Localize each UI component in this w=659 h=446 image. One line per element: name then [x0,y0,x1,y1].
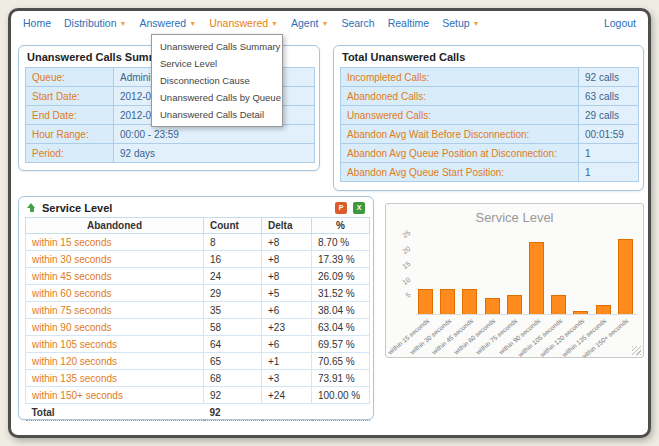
resize-handle-icon[interactable] [632,346,641,355]
table-cell: within 45 seconds [26,268,204,285]
row-value: 1 [579,163,639,182]
table-cell: 8.70 % [312,234,370,251]
chart-bar [596,305,611,314]
chart-bar [418,289,433,314]
table-cell: within 30 seconds [26,251,204,268]
row-value: 92 calls [579,68,639,87]
table-row: Hour Range:00:00 - 23:59 [26,125,315,144]
row-value: 29 calls [579,106,639,125]
chart-bar [529,242,544,314]
table-row: Abandon Avg Queue Position at Disconnect… [341,144,639,163]
panel-title: Service Level [42,202,112,214]
caret-down-icon: ▼ [271,20,278,27]
nav-item-answered[interactable]: Answered▼ [139,17,196,29]
row-value: 92 days [114,144,315,163]
column-header: Count [204,218,262,234]
chart-bar [507,295,522,314]
table-row: within 45 seconds24+826.09 % [26,268,370,285]
nav-item-setup[interactable]: Setup▼ [442,17,479,29]
export-pdf-icon[interactable]: P [335,202,347,214]
nav-item-search[interactable]: Search [341,17,374,29]
service-level-table: Abandoned Count Delta % within 15 second… [25,217,370,421]
caret-down-icon: ▼ [120,20,127,27]
service-level-panel: Service Level P X Abandoned Count Delta … [18,196,374,420]
row-label: End Date: [26,106,114,125]
menu-item-unanswered-calls-detail[interactable]: Unanswered Calls Detail [152,106,282,123]
table-row: Period:92 days [26,144,315,163]
table-row: Incompleted Calls:92 calls [341,68,639,87]
table-row: within 135 seconds68+373.91 % [26,370,370,387]
chart-y-tick: 5 [394,291,412,306]
total-unanswered-calls-panel: Total Unanswered Calls Incompleted Calls… [333,45,644,191]
menu-item-unanswered-calls-by-queue[interactable]: Unanswered Calls by Queue [152,89,282,106]
column-header: Delta [262,218,312,234]
nav-label: Home [23,17,51,29]
chart-bar [573,311,588,314]
table-cell: +24 [262,387,312,404]
nav-label: Answered [139,17,186,29]
row-value: 00:00 - 23:59 [114,125,315,144]
nav-item-home[interactable]: Home [23,17,51,29]
table-cell: +23 [262,319,312,336]
nav-item-agent[interactable]: Agent▼ [291,17,328,29]
table-cell: 92 [204,387,262,404]
table-cell: within 15 seconds [26,234,204,251]
chart-y-tick: 15 [394,260,412,275]
table-cell [312,404,370,421]
row-label: Hour Range: [26,125,114,144]
logout-link[interactable]: Logout [604,17,636,29]
table-cell: 26.09 % [312,268,370,285]
table-cell: +8 [262,234,312,251]
row-label: Unanswered Calls: [341,106,579,125]
table-row: Unanswered Calls:29 calls [341,106,639,125]
row-value: 63 calls [579,87,639,106]
total-label: Total [26,404,204,421]
caret-down-icon: ▼ [189,20,196,27]
table-row: within 75 seconds35+638.04 % [26,302,370,319]
nav-item-realtime[interactable]: Realtime [388,17,429,29]
row-value: 1 [579,144,639,163]
table-cell: 58 [204,319,262,336]
nav-label: Search [341,17,374,29]
column-header: Abandoned [26,218,204,234]
menu-item-unanswered-calls-summary[interactable]: Unanswered Calls Summary [152,38,282,55]
chart-plot: within 15 secondswithin 30 secondswithin… [416,236,638,315]
row-label: Abandon Avg Wait Before Disconnection: [341,125,579,144]
table-cell: 35 [204,302,262,319]
export-excel-icon[interactable]: X [353,202,365,214]
table-row: within 15 seconds8+88.70 % [26,234,370,251]
nav-label: Realtime [388,17,429,29]
nav-label: Agent [291,17,318,29]
table-cell [262,404,312,421]
service-level-header: Service Level P X [19,197,373,217]
table-cell: +3 [262,370,312,387]
table-cell: 24 [204,268,262,285]
table-row: within 150+ seconds92+24100.00 % [26,387,370,404]
row-label: Abandon Avg Queue Start Position: [341,163,579,182]
top-nav: Home Distribution▼ Answered▼ Unanswered▼… [11,11,648,35]
chart-bar [440,289,455,314]
nav-label: Unanswered [209,17,268,29]
nav-label: Distribution [64,17,117,29]
row-label: Abandon Avg Queue Position at Disconnect… [341,144,579,163]
menu-item-disconnection-cause[interactable]: Disconnection Cause [152,72,282,89]
total-table: Incompleted Calls:92 calls Abandoned Cal… [340,67,639,182]
table-row: within 120 seconds65+170.65 % [26,353,370,370]
chart-y-tick: 20 [394,244,412,259]
nav-label: Setup [442,17,469,29]
table-cell: 68 [204,370,262,387]
menu-item-service-level[interactable]: Service Level [152,55,282,72]
service-level-chart-panel: Service Level within 15 secondswithin 30… [385,203,644,358]
panel-title: Total Unanswered Calls [334,46,643,67]
table-total-row: Total 92 [26,404,370,421]
table-cell: +6 [262,302,312,319]
table-cell: +1 [262,353,312,370]
table-cell: 16 [204,251,262,268]
nav-item-unanswered[interactable]: Unanswered▼ [209,17,278,29]
table-row: within 60 seconds29+531.52 % [26,285,370,302]
table-header-row: Abandoned Count Delta % [26,218,370,234]
nav-item-distribution[interactable]: Distribution▼ [64,17,126,29]
table-row: Abandoned Calls:63 calls [341,87,639,106]
table-row: Abandon Avg Wait Before Disconnection:00… [341,125,639,144]
sort-up-icon[interactable] [27,203,36,213]
